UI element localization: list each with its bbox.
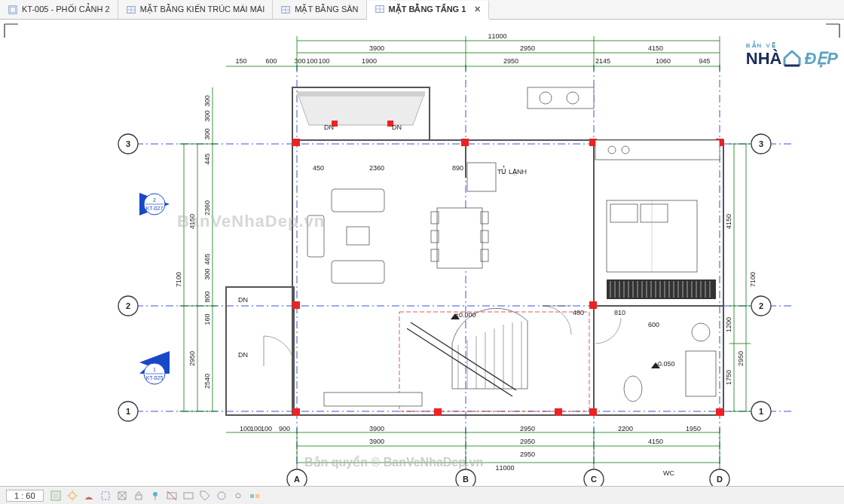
svg-rect-69 — [332, 261, 384, 283]
svg-text:2200: 2200 — [618, 425, 633, 432]
reveal-icon[interactable] — [182, 490, 194, 502]
svg-text:465: 465 — [203, 253, 211, 264]
svg-text:1200: 1200 — [725, 317, 732, 332]
tab-mat-bang-mai[interactable]: MẶT BẰNG KIẾN TRÚC MÁI MÁI — [118, 0, 274, 19]
svg-text:150: 150 — [235, 57, 246, 65]
svg-text:2950: 2950 — [503, 57, 518, 65]
svg-text:3900: 3900 — [369, 44, 384, 52]
svg-line-127 — [411, 322, 516, 390]
svg-rect-68 — [332, 189, 384, 212]
svg-text:100: 100 — [318, 57, 329, 65]
svg-text:C: C — [591, 475, 597, 484]
analytic-icon[interactable] — [216, 490, 228, 502]
section-mark-1: 1 KT-025 — [139, 351, 170, 384]
plan-icon — [126, 5, 136, 15]
svg-point-114 — [624, 376, 642, 402]
svg-text:TỦ LẠNH: TỦ LẠNH — [497, 166, 527, 176]
dims-top: 11000 3900 2950 4150 150 600 300 100 100… — [226, 32, 720, 71]
svg-point-224 — [153, 492, 157, 496]
svg-text:DN: DN — [238, 351, 248, 359]
svg-text:600: 600 — [265, 57, 277, 65]
svg-text:1950: 1950 — [686, 425, 701, 432]
svg-text:3: 3 — [126, 139, 130, 148]
svg-rect-70 — [307, 215, 324, 257]
svg-text:11000: 11000 — [488, 32, 506, 40]
svg-text:D: D — [717, 475, 723, 484]
svg-text:A: A — [294, 475, 300, 484]
svg-rect-90 — [607, 279, 716, 299]
svg-rect-223 — [136, 495, 142, 499]
svg-text:3900: 3900 — [369, 425, 384, 432]
svg-text:600: 600 — [648, 321, 659, 328]
svg-rect-64 — [589, 301, 597, 309]
worksharing-icon[interactable] — [249, 490, 261, 502]
svg-rect-71 — [347, 227, 369, 245]
svg-text:2: 2 — [126, 301, 130, 310]
link-icon[interactable] — [232, 490, 244, 502]
svg-text:2950: 2950 — [520, 451, 535, 458]
svg-marker-49 — [297, 92, 425, 96]
svg-rect-85 — [467, 163, 496, 191]
svg-text:2950: 2950 — [188, 351, 196, 366]
svg-rect-228 — [184, 493, 193, 499]
floor-plan-svg: 3 2 1 3 2 1 A B C D 2 KT-027 1 KT — [0, 20, 844, 486]
svg-text:2540: 2540 — [203, 374, 211, 389]
scale-selector[interactable]: 1 : 60 — [6, 490, 44, 502]
svg-text:DN: DN — [392, 124, 402, 131]
section-mark-2: 2 KT-027 — [139, 193, 170, 215]
svg-rect-216 — [53, 493, 59, 499]
svg-text:7100: 7100 — [175, 272, 182, 287]
svg-rect-79 — [528, 87, 594, 108]
svg-rect-116 — [686, 351, 716, 396]
temp-hide-icon[interactable] — [166, 490, 178, 502]
tab-label: KT-005 - PHỐI CẢNH 2 — [22, 5, 110, 14]
view-tabs: KT-005 - PHỐI CẢNH 2 MẶT BẰNG KIẾN TRÚC … — [0, 0, 844, 20]
svg-text:300: 300 — [203, 110, 211, 121]
sun-path-icon[interactable] — [66, 490, 78, 502]
svg-text:4150: 4150 — [648, 438, 663, 445]
svg-text:2950: 2950 — [737, 351, 745, 366]
svg-point-115 — [692, 323, 710, 341]
svg-text:2950: 2950 — [520, 44, 535, 52]
pin-icon[interactable] — [149, 490, 161, 502]
svg-rect-72 — [437, 208, 482, 268]
svg-rect-59 — [292, 408, 300, 416]
svg-rect-61 — [555, 408, 562, 416]
furniture — [307, 87, 720, 406]
svg-text:3900: 3900 — [369, 438, 384, 445]
svg-text:1750: 1750 — [725, 370, 732, 385]
svg-text:2: 2 — [759, 301, 763, 310]
svg-rect-65 — [292, 301, 300, 309]
svg-text:2145: 2145 — [595, 57, 610, 65]
svg-text:11000: 11000 — [495, 464, 514, 472]
shadows-icon[interactable] — [83, 490, 95, 502]
svg-text:445: 445 — [203, 153, 211, 164]
svg-text:B: B — [463, 475, 469, 484]
render-icon[interactable] — [116, 490, 128, 502]
tab-mat-bang-san[interactable]: MẶT BẰNG SÂN — [273, 0, 366, 19]
svg-text:800: 800 — [203, 291, 211, 302]
svg-rect-230 — [250, 494, 254, 498]
svg-rect-63 — [716, 408, 723, 416]
svg-rect-62 — [589, 408, 597, 416]
tab-phoi-canh[interactable]: KT-005 - PHỐI CẢNH 2 — [0, 0, 118, 19]
close-icon[interactable]: ✕ — [474, 5, 481, 14]
crop-icon[interactable] — [99, 490, 112, 502]
model-graphics-icon[interactable] — [50, 490, 62, 502]
drawing-canvas[interactable]: 3 2 1 3 2 1 A B C D 2 KT-027 1 KT — [0, 20, 844, 486]
doors — [264, 306, 621, 366]
svg-text:900: 900 — [279, 425, 290, 432]
lock-icon[interactable] — [133, 490, 145, 502]
plan-icon — [280, 5, 291, 15]
tag-icon[interactable] — [199, 490, 211, 502]
crop-marks — [5, 24, 839, 38]
svg-text:300: 300 — [203, 95, 211, 106]
svg-text:2360: 2360 — [203, 200, 211, 215]
svg-text:WC: WC — [663, 469, 674, 477]
svg-text:1: 1 — [759, 407, 763, 416]
dims-left: 7100 4150 2950 2540 160 800 300 465 2360… — [175, 87, 217, 411]
svg-text:2950: 2950 — [520, 425, 535, 432]
tab-mat-bang-tang-1[interactable]: MẶT BẰNG TẦNG 1 ✕ — [367, 1, 490, 20]
svg-text:KT-025: KT-025 — [146, 375, 164, 380]
svg-text:2950: 2950 — [520, 438, 535, 445]
